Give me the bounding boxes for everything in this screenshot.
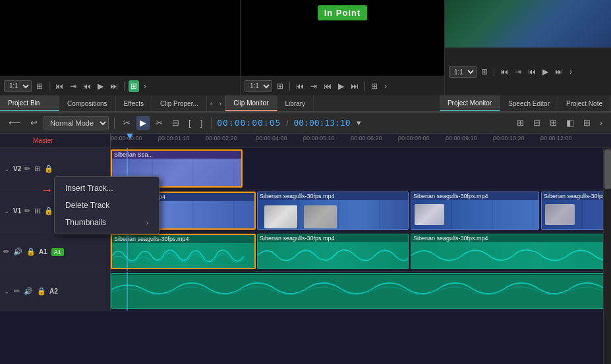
a1-clip-2[interactable]: Siberian seagulls-30fps.mp4 <box>411 234 603 269</box>
context-menu-insert-track[interactable]: Insert Track... <box>55 180 159 197</box>
panel-right: 1:1 ⊞ ⏮ ⇥ ⏮ ▶ ⏭ › <box>445 0 611 95</box>
toolbar-slip-btn[interactable]: ⊟ <box>169 116 183 130</box>
tab-speech-editor[interactable]: Speech Editor <box>500 95 558 111</box>
v2-edit-btn[interactable]: ✏ <box>24 164 31 174</box>
tick-2: 00:00:02:20 <box>206 135 237 142</box>
center-prev-btn[interactable]: ⏮ <box>322 80 334 92</box>
toolbar-monitor-btn[interactable]: ⊞ <box>513 116 527 130</box>
tick-3: 00:00:04:00 <box>256 135 287 142</box>
left-prev-btn[interactable]: ⏮ <box>81 80 93 92</box>
v1-clip-1-stripe <box>258 200 408 229</box>
a2-clip-0[interactable]: Be audiotrack.flac <box>111 273 603 309</box>
toolbar-arrow-btn[interactable]: ⟵ <box>5 116 24 130</box>
center-fit-btn[interactable]: ⊞ <box>275 80 285 92</box>
right-fit-btn[interactable]: ⊞ <box>479 66 490 78</box>
v1-lock-btn[interactable]: 🔒 <box>44 206 54 216</box>
tab-clip-monitor[interactable]: Clip Monitor <box>225 95 277 111</box>
a1-audio-btn[interactable]: 🔊 <box>13 247 23 257</box>
left-tabs-arrow[interactable]: ‹ <box>207 95 216 111</box>
a1-clip-0-wave <box>112 243 254 268</box>
v2-visibility-btn[interactable]: ⊞ <box>34 164 41 174</box>
scrollbar-thumb[interactable] <box>604 149 611 189</box>
left-out-btn[interactable]: ⇥ <box>68 80 78 92</box>
a2-wave-container <box>111 275 603 309</box>
delete-track-label: Delete Track <box>65 201 109 210</box>
a1-edit-btn[interactable]: ✏ <box>3 247 10 257</box>
right-out-btn[interactable]: ⇥ <box>513 66 523 78</box>
a2-edit-btn[interactable]: ✏ <box>13 286 20 296</box>
a1-clip-1-label: Siberian seagulls-30fps.mp4 <box>258 234 408 242</box>
a2-lock-btn[interactable]: 🔒 <box>36 286 47 296</box>
center-more-btn[interactable]: › <box>382 80 389 92</box>
center-next-btn[interactable]: ⏭ <box>349 80 361 92</box>
top-panels: 1:12:1 ⊞ ⏮ ⇥ ⏮ ▶ ⏭ ⊞ › In Point 1:12:1 ⊞… <box>0 0 611 95</box>
v2-lock-btn[interactable]: 🔒 <box>44 164 54 174</box>
center-ratio-select[interactable]: 1:12:1 <box>245 80 272 92</box>
right-transport: 1:1 ⊞ ⏮ ⇥ ⏮ ▶ ⏭ › <box>445 47 611 95</box>
toolbar-split-btn[interactable]: ⊟ <box>530 116 544 130</box>
left-more-btn[interactable]: › <box>142 80 148 92</box>
tab-project-notes[interactable]: Project Note <box>558 95 611 111</box>
toolbar-more-btn1[interactable]: ⊞ <box>546 116 560 130</box>
tab-clip-properties[interactable]: Clip Proper... <box>152 95 207 111</box>
a2-wave-svg <box>111 275 603 309</box>
right-prev-btn[interactable]: ⏮ <box>526 66 538 78</box>
left-play-btn[interactable]: ▶ <box>96 80 105 92</box>
right-preview <box>445 0 611 47</box>
a2-audio-btn[interactable]: 🔊 <box>23 286 34 296</box>
toolbar-select-btn[interactable]: ▶ <box>136 116 150 130</box>
tab-project-monitor[interactable]: Project Monitor <box>440 95 500 111</box>
toolbar-more-btn4[interactable]: › <box>596 116 606 130</box>
center-crop-btn[interactable]: ⊞ <box>369 80 380 92</box>
a1-clip-1[interactable]: Siberian seagulls-30fps.mp4 <box>257 234 409 269</box>
toolbar-mode-select[interactable]: Normal Mode <box>44 116 109 130</box>
tab-compositions[interactable]: Compositions <box>59 95 116 111</box>
context-menu: → Insert Track... Delete Track Thumbnail… <box>54 176 160 234</box>
track-a1-content: Siberian seagulls-30fps.mp4 Siberian sea… <box>111 232 603 271</box>
v2-collapse-arrow[interactable]: ⌄ <box>3 164 11 174</box>
center-play-btn[interactable]: ▶ <box>336 80 346 92</box>
toolbar-undo-btn[interactable]: ↩ <box>27 116 41 130</box>
tab-library[interactable]: Library <box>277 95 314 111</box>
toolbar-more-btn3[interactable]: ⊞ <box>580 116 594 130</box>
toolbar-razor-btn[interactable]: ✂ <box>120 116 134 130</box>
center-out-btn[interactable]: ⇥ <box>308 80 319 92</box>
left-fit-btn[interactable]: ⊞ <box>34 80 45 92</box>
v1-clip-2-stripe <box>411 200 538 229</box>
tab-project-bin[interactable]: Project Bin <box>0 95 59 111</box>
toolbar-more-btn2[interactable]: ◧ <box>563 116 577 130</box>
toolbar-dropdown-btn[interactable]: ▾ <box>353 116 364 130</box>
right-play-btn[interactable]: ▶ <box>540 66 550 78</box>
a2-collapse-arrow[interactable]: ⌄ <box>3 286 11 296</box>
center-in-btn[interactable]: ⏮ <box>294 80 306 92</box>
a1-clip-0-label: Siberian seagulls-30fps.mp4 <box>112 235 254 243</box>
track-a1: ✏ 🔊 🔒 A1 A1 Siberian seagulls-30fps.mp4 <box>0 232 603 272</box>
left-ratio-select[interactable]: 1:12:1 <box>4 80 32 92</box>
left-tabs-arrow2[interactable]: › <box>216 95 225 111</box>
v1-clip-1[interactable]: Siberian seagulls-30fps.mp4 <box>257 192 409 230</box>
tab-effects[interactable]: Effects <box>116 95 152 111</box>
left-next-btn[interactable]: ⏭ <box>108 80 120 92</box>
v1-edit-btn[interactable]: ✏ <box>24 206 31 216</box>
right-more-btn[interactable]: › <box>567 66 574 78</box>
v1-clip-3[interactable]: Siberian seagulls-30fps.mp4 <box>541 192 603 230</box>
right-preview-image <box>445 0 611 47</box>
right-ratio-select[interactable]: 1:1 <box>449 66 477 78</box>
context-menu-delete-track[interactable]: Delete Track <box>55 197 159 214</box>
v1-visibility-btn[interactable]: ⊞ <box>34 206 41 216</box>
right-in-btn[interactable]: ⏮ <box>498 66 510 78</box>
right-next-btn[interactable]: ⏭ <box>553 66 565 78</box>
a1-lock-btn[interactable]: 🔒 <box>26 247 36 257</box>
toolbar-in-btn[interactable]: [ <box>185 116 194 130</box>
tabs-bar: Project Bin Compositions Effects Clip Pr… <box>0 95 611 113</box>
v1-collapse-arrow[interactable]: ⌄ <box>3 206 11 216</box>
toolbar-out-btn[interactable]: ] <box>197 116 206 130</box>
left-in-btn[interactable]: ⏮ <box>53 80 65 92</box>
center-divider2 <box>364 82 365 91</box>
context-menu-thumbnails[interactable]: Thumbnails › <box>55 214 159 231</box>
toolbar-cut-btn[interactable]: ✂ <box>152 116 166 130</box>
v1-clip-2[interactable]: Siberian seagulls-30fps.mp4 <box>411 192 539 230</box>
left-crop-btn[interactable]: ⊞ <box>129 80 139 92</box>
a1-clip-0[interactable]: Siberian seagulls-30fps.mp4 <box>111 234 256 269</box>
vertical-scrollbar[interactable] <box>603 148 611 364</box>
